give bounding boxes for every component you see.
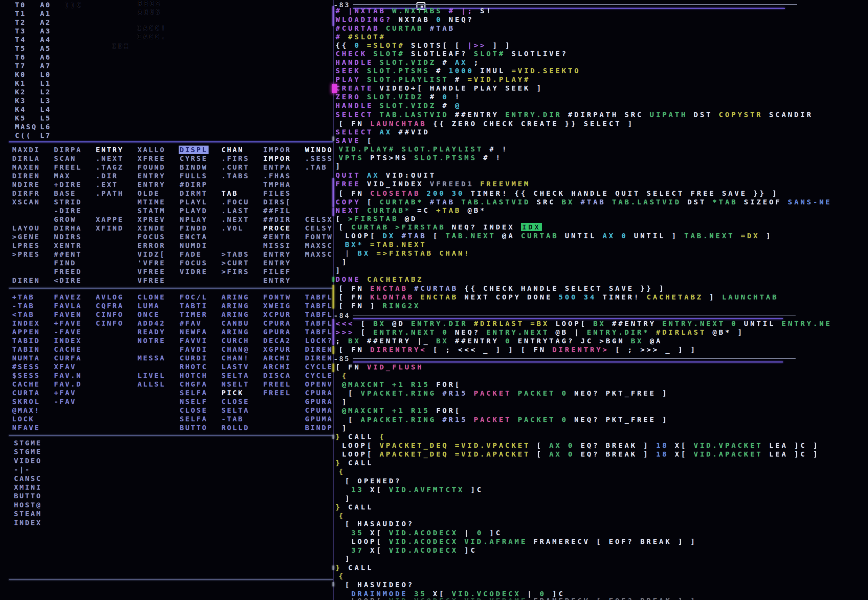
word[interactable]: TABFL [304, 302, 334, 310]
code-line[interactable]: [ >FIRSTAB @D [336, 215, 418, 223]
word-cell[interactable]: CHAN@ [220, 345, 250, 354]
word-selected[interactable]: DISPL [179, 145, 209, 154]
word-cell[interactable]: CPURA [262, 319, 292, 328]
word[interactable]: .FIRS [220, 154, 250, 163]
word[interactable]: LPRES [11, 241, 41, 250]
word[interactable]: MAXDI [11, 145, 41, 154]
word-cell[interactable]: XMINI [13, 483, 43, 492]
word[interactable]: >FIRS [220, 267, 250, 276]
code-line[interactable]: SELECT AX ##VID [336, 128, 430, 136]
word-cell[interactable]: MAX [53, 172, 83, 180]
word-cell[interactable]: FREEL [262, 380, 292, 389]
word[interactable]: ENTRY [262, 276, 292, 285]
code-line[interactable]: } CALL [336, 459, 373, 467]
word-cell[interactable]: GPURA [262, 328, 292, 336]
word[interactable]: #ENTR [262, 233, 292, 241]
word[interactable]: GPURA [262, 328, 292, 336]
word[interactable]: OLDE [136, 189, 161, 198]
code-line[interactable]: LOOP[ DX #TAB [ TAB.NEXT @A CURTAB UNTIL… [345, 232, 772, 240]
word-cell[interactable]: XGPUR [262, 345, 292, 354]
code-line[interactable]: [ FN ENCTAB #CURTAB {{ CHECK HANDLE SELE… [339, 284, 665, 293]
word-cell[interactable]: .TABS [220, 172, 250, 180]
word-cell[interactable]: SCAN [53, 154, 83, 163]
word-cell[interactable]: HOST@ [13, 501, 43, 509]
word[interactable]: -TAB [220, 415, 245, 423]
word-cell[interactable]: +FAV [53, 389, 83, 397]
word[interactable]: GPUMA [304, 415, 334, 423]
code-line[interactable]: SELECT TAB.LASTVID ##ENTRY ENTRY.DIR #DI… [336, 111, 813, 119]
word[interactable]: LOCK [11, 415, 35, 423]
word[interactable]: XENTR [53, 241, 83, 250]
word-cell[interactable]: NOTRE [136, 336, 167, 345]
word[interactable]: LASTV [220, 362, 250, 371]
word-cell[interactable]: NDIRS [53, 233, 83, 241]
word-cell[interactable]: STRID [53, 198, 83, 206]
word[interactable]: BUTTO [13, 492, 43, 500]
code-line[interactable]: {{ 0 =SLOT# SLOTS[ [ |>> ] ] [336, 41, 512, 50]
word-cell[interactable]: OPENV [304, 380, 334, 389]
word[interactable]: .PATH [95, 189, 125, 198]
word[interactable]: INDEX [53, 336, 83, 345]
word[interactable]: NUMTA [11, 354, 41, 362]
code-line[interactable]: COPY [ CURTAB* #TAB TAB.LASTVID SRC BX #… [336, 198, 832, 206]
word[interactable]: NSELT [220, 380, 250, 389]
word[interactable]: TABFL [304, 328, 334, 336]
word-cell[interactable]: NFAVE [11, 423, 41, 432]
word-cell[interactable]: XAPPE [95, 215, 125, 224]
word-cell[interactable]: TABIN [11, 345, 41, 354]
code-line[interactable]: PLAY SLOT.PLAYLIST # =VID.PLAY# [336, 75, 530, 84]
word-cell[interactable]: ENTPA [262, 163, 292, 172]
word-cell[interactable]: HOTCH [179, 371, 209, 380]
code-line[interactable]: [ FN CLOSETAB 200 30 TIMER! {{ CHECK HAN… [339, 189, 779, 198]
code-line[interactable]: VPTS PTS>MS SLOT.PTSMS # ! [339, 153, 502, 162]
word[interactable]: +FAV [53, 389, 77, 397]
code-line[interactable]: ] [342, 424, 348, 432]
word-cell[interactable]: <TAB [11, 310, 41, 319]
word[interactable]: MAXSC [304, 241, 334, 250]
word-cell[interactable]: DIRFR [11, 189, 41, 198]
word-cell[interactable]: ARCHI [262, 362, 292, 371]
code-line[interactable]: CREATE VIDEO+[ HANDLE PLAY SEEK ] [336, 84, 543, 92]
word-cell[interactable]: ARING [220, 310, 250, 319]
word[interactable]: CURDI [179, 354, 209, 362]
code-line[interactable]: LOOP[ VPACKET_DEQ =VID.VPACKET [ AX 0 EQ… [342, 441, 819, 450]
word-cell[interactable]: -FAV [53, 397, 83, 406]
word-cell[interactable]: DECA2 [262, 336, 292, 345]
word[interactable]: ##FIL [262, 206, 292, 215]
word[interactable]: NEWFA [179, 328, 209, 336]
word-cell[interactable]: TABFL [304, 319, 334, 328]
word[interactable]: STRID [53, 198, 83, 206]
word-cell[interactable]: ARING [220, 328, 250, 336]
word-cell[interactable]: #ENTR [262, 233, 292, 241]
word-cell[interactable]: SKROL [11, 397, 41, 406]
word[interactable]: CHGFA [179, 380, 209, 389]
word-cell[interactable]: OLDE [136, 189, 167, 198]
word-cell[interactable]: XCPUR [262, 310, 292, 319]
word[interactable]: -FAV [53, 397, 77, 406]
word[interactable]: INDEX [11, 319, 41, 328]
word-cell[interactable]: CLOSE [220, 397, 250, 406]
word[interactable]: XALLO [136, 145, 167, 154]
word[interactable]: FILES [262, 189, 292, 198]
word[interactable]: PLAYL [179, 198, 209, 206]
word[interactable]: DIRHA [53, 224, 83, 233]
word[interactable]: DIRS[ [262, 198, 292, 206]
code-line[interactable]: DONE CACHETABZ [336, 275, 424, 284]
word[interactable]: TABFL [304, 319, 334, 328]
code-line[interactable]: ; BX ##ENTRY |_ BX ##ENTRY 0 ENTRYTAG? J… [336, 337, 662, 345]
word[interactable]: CELSX [304, 215, 334, 224]
word-cell[interactable]: TAB [220, 189, 250, 198]
code-line[interactable]: @MAXCNT +1 R15 FOR[ [342, 380, 461, 389]
word-cell[interactable]: SELTA [220, 371, 250, 380]
word-cell[interactable]: XFREE [136, 154, 167, 163]
word[interactable]: FONTW [262, 293, 292, 302]
word[interactable]: -DIRE [53, 206, 83, 215]
word[interactable]: .FHAS [262, 172, 292, 180]
word[interactable]: TABIN [11, 345, 41, 354]
word[interactable]: FOUND [136, 163, 167, 172]
word-cell[interactable]: FREED [53, 267, 83, 276]
word-cell[interactable]: ENTRY [262, 276, 292, 285]
word-cell[interactable]: LUMA [136, 302, 167, 310]
word-cell[interactable]: FAVEN [53, 310, 83, 319]
word-cell[interactable]: FAVDI [179, 345, 209, 354]
